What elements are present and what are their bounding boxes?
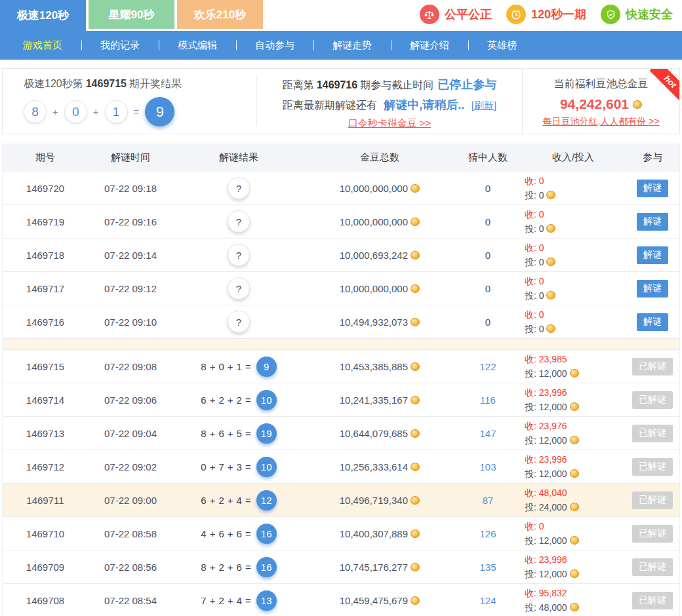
cell-time: 07-22 09:08 — [88, 361, 173, 372]
draw-number-2: 0 — [64, 100, 87, 123]
cell-income: 收: 0 投: 0 — [521, 274, 626, 303]
cell-guessed[interactable]: 135 — [455, 562, 521, 573]
badge-period: 120秒一期 — [506, 5, 586, 24]
cell-income: 收: 0 投: 0 — [521, 307, 626, 336]
income-line: 收: 0 — [525, 241, 626, 255]
cell-result: 0+7+3= 10 — [173, 457, 304, 477]
income-line: 收: 23,996 — [525, 385, 626, 400]
draw-info-panel: 极速120秒第1469715期开奖结果 8 + 0 + 1 = 9 距离第146… — [2, 68, 680, 134]
solve-button[interactable]: 解谜 — [637, 313, 668, 331]
invest-line: 投: 0 — [525, 288, 626, 303]
solved-button[interactable]: 已解谜 — [632, 525, 673, 543]
coin-icon — [411, 496, 420, 505]
result-formula: 8+2+6= 16 — [201, 557, 276, 577]
header-guessed: 猜中人数 — [455, 151, 521, 164]
result-sum-badge: 10 — [256, 390, 277, 410]
next-issue-number: 1469716 — [317, 79, 357, 90]
solve-button[interactable]: 解谜 — [637, 280, 668, 298]
header-result: 解谜结果 — [173, 151, 304, 164]
cell-time: 07-22 08:58 — [88, 528, 173, 539]
coin-icon — [411, 596, 420, 605]
invest-line: 投: 0 — [525, 188, 626, 202]
cell-time: 07-22 08:56 — [88, 562, 173, 573]
coin-icon — [570, 503, 579, 511]
cell-result: 8+0+1= 9 — [173, 356, 304, 377]
cell-guessed: 0 — [455, 183, 521, 194]
table-row: 1469715 07-22 09:08 8+0+1= 9 10,453,385,… — [3, 350, 679, 383]
coin-icon — [633, 100, 642, 109]
feature-badges: 公平公正 120秒一期 快速安全 — [420, 0, 673, 29]
solved-button[interactable]: 已解谜 — [632, 491, 673, 509]
cell-pool: 10,745,176,277 — [304, 562, 455, 573]
cell-guessed[interactable]: 124 — [455, 595, 521, 606]
cell-income: 收: 23,996 投: 12,000 — [521, 452, 626, 481]
tab-happy-210s[interactable]: 欢乐210秒 — [177, 0, 263, 29]
cell-pool: 10,400,307,889 — [304, 528, 455, 539]
solve-button[interactable]: 解谜 — [637, 246, 668, 264]
tab-star-90s[interactable]: 星耀90秒 — [89, 0, 174, 29]
solved-button[interactable]: 已解谜 — [632, 358, 673, 375]
cell-income: 收: 48,040 投: 24,000 — [521, 486, 626, 514]
cell-time: 07-22 09:06 — [88, 395, 173, 406]
bonus-pool-section: hot 当前福利豆池总金豆 94,242,601 每日豆池分红,人人都有份 >> — [522, 69, 679, 134]
result-sum-badge: 16 — [256, 557, 277, 577]
solved-button[interactable]: 已解谜 — [632, 391, 673, 409]
table-header: 期号 解谜时间 解谜结果 金豆总数 猜中人数 收入/投入 参与 — [3, 144, 679, 172]
solve-button[interactable]: 解谜 — [637, 213, 668, 231]
invest-line: 投: 48,000 — [525, 600, 626, 615]
solved-button[interactable]: 已解谜 — [632, 558, 673, 576]
income-line: 收: 0 — [525, 274, 626, 288]
nav-item-6[interactable]: 英雄榜 — [468, 39, 536, 52]
coin-icon — [570, 469, 579, 478]
invest-line: 投: 12,000 — [525, 400, 626, 414]
cell-guessed[interactable]: 87 — [455, 495, 521, 506]
cell-income: 收: 0 投: 0 — [521, 241, 626, 269]
cell-time: 07-22 09:00 — [88, 495, 173, 506]
solved-button[interactable]: 已解谜 — [632, 592, 673, 609]
solved-button[interactable]: 已解谜 — [632, 458, 673, 476]
cell-guessed[interactable]: 126 — [455, 528, 521, 539]
nav-item-3[interactable]: 自动参与 — [236, 39, 313, 52]
solved-button[interactable]: 已解谜 — [632, 425, 673, 442]
cell-time: 07-22 09:16 — [88, 216, 173, 227]
cell-guessed[interactable]: 147 — [455, 428, 521, 439]
table-row: 1469714 07-22 09:06 6+2+2= 10 10,241,335… — [3, 383, 679, 417]
pool-dividend-link[interactable]: 每日豆池分红,人人都有份 >> — [542, 116, 659, 128]
cell-guessed[interactable]: 122 — [455, 361, 521, 372]
solve-button[interactable]: 解谜 — [637, 180, 668, 197]
draw-number-3: 1 — [105, 100, 128, 123]
coin-icon — [411, 318, 420, 326]
result-formula: 8+6+5= 19 — [201, 423, 276, 444]
cell-issue: 1469709 — [3, 562, 88, 573]
income-line: 收: 23,976 — [525, 419, 626, 433]
table-row: 1469708 07-22 08:54 7+2+4= 13 10,459,475… — [3, 584, 679, 616]
nav-item-5[interactable]: 解谜介绍 — [391, 39, 468, 52]
badge-fairness: 公平公正 — [420, 5, 492, 24]
solving-prefix: 距离最新期解谜还有 — [283, 100, 377, 111]
tab-speed-120s[interactable]: 极速120秒 — [0, 0, 86, 31]
nav-item-2[interactable]: 模式编辑 — [159, 39, 236, 52]
cell-issue: 1469710 — [3, 528, 88, 539]
refresh-link[interactable]: [刷新] — [471, 100, 496, 111]
promo-link[interactable]: 口令秒卡得金豆 >> — [348, 117, 431, 128]
cell-time: 07-22 09:02 — [88, 461, 173, 472]
game-tabbar: 极速120秒 星耀90秒 欢乐210秒 公平公正 120秒一期 快速安全 — [0, 0, 682, 31]
badge-safety-label: 快速安全 — [626, 7, 673, 22]
deadline-prefix: 距离第 — [283, 79, 314, 90]
cell-issue: 1469717 — [3, 283, 88, 294]
cell-time: 07-22 09:10 — [88, 317, 173, 328]
nav-item-1[interactable]: 我的记录 — [81, 39, 159, 52]
cell-guessed[interactable]: 103 — [455, 461, 521, 472]
nav-item-0[interactable]: 游戏首页 — [4, 39, 81, 52]
invest-line: 投: 0 — [525, 221, 626, 236]
cell-action: 解谜 — [626, 246, 679, 264]
cell-action: 已解谜 — [626, 358, 679, 375]
coin-icon — [570, 436, 579, 444]
cell-time: 07-22 09:12 — [88, 283, 173, 294]
cell-issue: 1469718 — [3, 250, 88, 261]
draw-sum-circle: 9 — [145, 97, 174, 126]
invest-line: 投: 12,000 — [525, 366, 626, 381]
cell-guessed[interactable]: 116 — [455, 395, 521, 406]
nav-item-4[interactable]: 解谜走势 — [313, 39, 391, 52]
coin-icon — [546, 324, 555, 333]
